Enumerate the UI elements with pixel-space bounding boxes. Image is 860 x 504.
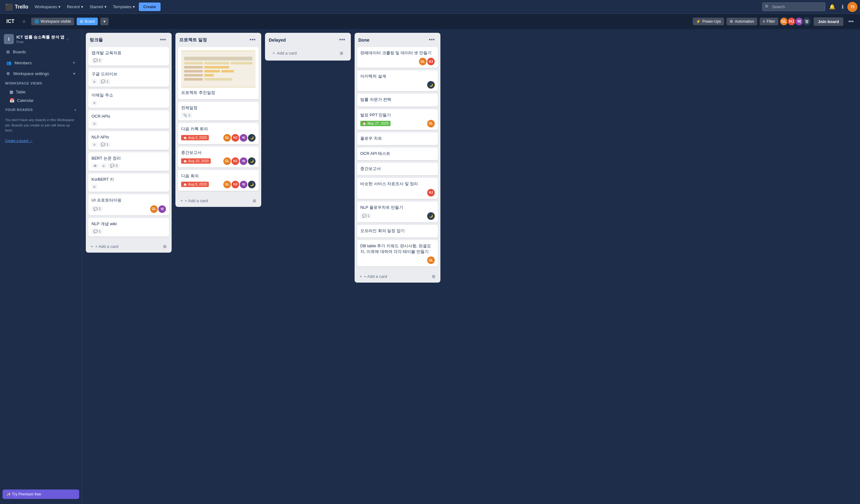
notification-button[interactable]: 🔔: [827, 2, 838, 11]
card-pandas-crawl[interactable]: 판례데이터 크롤링 및 데이터 셋 만들기 GL HJ: [357, 47, 438, 68]
card-ocr-test[interactable]: OCR API 테스트: [357, 148, 438, 160]
user-avatar[interactable]: YI: [847, 2, 858, 12]
add-board-button[interactable]: +: [74, 107, 77, 112]
card-avatar: 박: [240, 134, 247, 142]
card-full-schedule[interactable]: 전체일정 📎 1: [178, 102, 259, 120]
customize-button[interactable]: ▾: [100, 18, 109, 25]
svg-rect-2: [184, 62, 203, 64]
column-links-header: 링크들 •••: [86, 33, 172, 46]
column-delayed-menu[interactable]: •••: [337, 36, 347, 44]
create-board-link[interactable]: Create a board →: [5, 139, 32, 143]
workspace-info: ICT 법률 승소확률 분석 앱 Free: [16, 34, 64, 44]
member-avatar-jung[interactable]: 정: [802, 17, 811, 26]
card-korbert[interactable]: KorBERT 키 ≡: [88, 173, 169, 192]
card-bert[interactable]: BERT 논문 정리 👁 ≡ 💬 3: [88, 152, 169, 171]
column-done-header: Done •••: [355, 33, 441, 46]
card-ui-proto[interactable]: UI 프로토타이핑 💬 2 GL 박: [88, 194, 169, 215]
board-title: ICT: [4, 17, 17, 26]
card-ocr-apis[interactable]: OCR APIs ≡: [88, 110, 169, 129]
column-links: 링크들 ••• 앱개발 교육자료 💬 2 구글 드라이브 ≡ 💬 1: [86, 33, 172, 253]
add-member-button[interactable]: +: [73, 60, 75, 66]
svg-rect-11: [204, 74, 214, 77]
card-comment-badge: 💬 2: [91, 58, 102, 63]
workspaces-menu[interactable]: Workspaces ▾: [32, 3, 63, 11]
card-nlp-wiki[interactable]: NLP 개념 wiki 💬 1: [88, 218, 169, 236]
member-avatars: GL HJ 박 정: [781, 17, 811, 26]
card-next-kakao[interactable]: 다음 카톡 회의 ⏰ Aug 3, 2020 GL HJ 박 🌙: [178, 123, 259, 144]
powerups-icon: ⚡: [696, 19, 701, 24]
add-card-delayed-top[interactable]: + Add a card ⊞: [269, 48, 347, 58]
svg-rect-5: [184, 66, 203, 69]
card-avatar-park: 박: [158, 205, 166, 213]
card-ppt[interactable]: 발표 PPT 만들기 ⏰ May 27, 2020 GL: [357, 109, 438, 130]
sidebar-item-workspace-settings[interactable]: ⚙ Workspace settings ▾: [1, 69, 81, 78]
search-input[interactable]: [762, 2, 825, 11]
card-nlp-flowchart[interactable]: NLP 플로우차트 만들기 💬 1 🌙: [357, 202, 438, 222]
help-button[interactable]: ℹ: [839, 2, 846, 11]
trello-logo[interactable]: ⬛ Trello: [2, 3, 31, 11]
card-gdrive[interactable]: 구글 드라이브 ≡ 💬 1: [88, 68, 169, 87]
join-board-button[interactable]: Join board: [814, 17, 843, 26]
card-legal-consult[interactable]: 법률 자문가 컨텍: [357, 94, 438, 106]
try-premium-button[interactable]: ✨ Try Premium free: [2, 489, 79, 499]
card-flowchart[interactable]: 플로우 차트: [357, 132, 438, 145]
date-badge: ⏰ May 27, 2020: [360, 121, 390, 126]
column-delayed-cards: + Add a card ⊞: [265, 46, 351, 60]
card-avatar: 🌙: [248, 134, 256, 142]
board-icon: ⊞: [80, 19, 83, 24]
templates-menu[interactable]: Templates ▾: [111, 3, 138, 11]
add-card-template-icon: ⊞: [432, 274, 435, 279]
column-done: Done ••• 판례데이터 크롤링 및 데이터 셋 만들기 GL HJ 아키텍…: [355, 33, 441, 283]
column-done-menu[interactable]: •••: [427, 36, 436, 44]
date-badge: ⏰ Aug 10, 2020: [181, 158, 211, 164]
board-button[interactable]: ⊞ Board: [77, 18, 98, 25]
column-schedule-menu[interactable]: •••: [248, 36, 257, 44]
card-next-meeting[interactable]: 다음 회의 ⏰ Aug 8, 2020 GL HJ 박 🌙: [178, 170, 259, 191]
sidebar-item-members[interactable]: 👥 Members +: [1, 57, 81, 68]
add-card-links[interactable]: + + Add a card ⊞: [87, 242, 170, 251]
svg-rect-3: [204, 62, 229, 64]
card-architecture[interactable]: 아키텍처 설계 🌙: [357, 70, 438, 91]
more-options-button[interactable]: •••: [846, 17, 856, 26]
top-nav: ⬛ Trello Workspaces ▾ Recent ▾ Starred ▾…: [0, 0, 860, 14]
column-schedule-title: 프로젝트 일정: [179, 37, 248, 43]
card-db-table[interactable]: DB table 추가 키워드 판시사항, 판결요지, 이유에 대하여 각각 테…: [357, 240, 438, 267]
card-email[interactable]: 이메일 주소 ≡: [88, 89, 169, 107]
workspace-visible-button[interactable]: 🌐 Workspace visible: [31, 18, 74, 25]
column-links-menu[interactable]: •••: [158, 36, 168, 44]
sidebar-item-boards[interactable]: ⊞ Boards: [1, 47, 81, 57]
card-midterm-done[interactable]: 중간보고서: [357, 163, 438, 175]
workspace-icon: I: [4, 34, 14, 44]
column-delayed: Delayed ••• + Add a card ⊞: [265, 33, 351, 60]
sidebar-item-table[interactable]: ▦ Table: [0, 88, 82, 96]
calendar-icon: 📅: [10, 98, 15, 103]
date-badge: ⏰ Aug 3, 2020: [181, 135, 209, 140]
svg-rect-4: [231, 62, 253, 64]
automation-button[interactable]: ⚙ Automation: [727, 18, 757, 25]
create-button[interactable]: Create: [139, 2, 160, 11]
column-schedule-cards: 프로젝트 추진일정 전체일정 📎 1 다음 카톡 회의 ⏰ Aug 3, 202…: [175, 46, 261, 195]
sidebar-collapse-button[interactable]: ‹: [67, 37, 69, 42]
filter-button[interactable]: ≡ Filter: [760, 18, 778, 25]
column-links-cards: 앱개발 교육자료 💬 2 구글 드라이브 ≡ 💬 1 이메일 주소 ≡: [86, 46, 172, 240]
star-button[interactable]: ☆: [19, 18, 29, 25]
svg-rect-9: [221, 70, 234, 73]
card-project-plan[interactable]: 프로젝트 추진일정: [178, 47, 259, 99]
add-card-schedule[interactable]: + + Add a card ⊞: [177, 196, 260, 206]
recent-menu[interactable]: Recent ▾: [64, 3, 86, 11]
card-similar-service[interactable]: 비슷한 서비스 자료조사 및 정리 HJ: [357, 178, 438, 199]
card-midterm[interactable]: 중간보고서 ⏰ Aug 10, 2020 GL HJ 박 🌙: [178, 147, 259, 168]
workspace-name: ICT 법률 승소확률 분석 앱: [16, 34, 64, 40]
sidebar-item-calendar[interactable]: 📅 Calendar: [0, 96, 82, 105]
search-icon: 🔍: [765, 4, 770, 9]
card-offline-meeting[interactable]: 오프라인 회의 일정 잡기: [357, 225, 438, 237]
power-ups-button[interactable]: ⚡ Power-Ups: [693, 18, 724, 25]
column-links-title: 링크들: [90, 37, 158, 43]
svg-rect-12: [184, 78, 203, 81]
card-avatar: HJ: [232, 134, 239, 142]
card-nlp-apis[interactable]: NLP APIs ≡ 💬 1: [88, 131, 169, 150]
starred-menu[interactable]: Starred ▾: [87, 3, 109, 11]
card-appdevel[interactable]: 앱개발 교육자료 💬 2: [88, 47, 169, 66]
add-card-done[interactable]: + + Add a card ⊞: [356, 272, 439, 281]
trello-logo-icon: ⬛: [5, 3, 13, 11]
